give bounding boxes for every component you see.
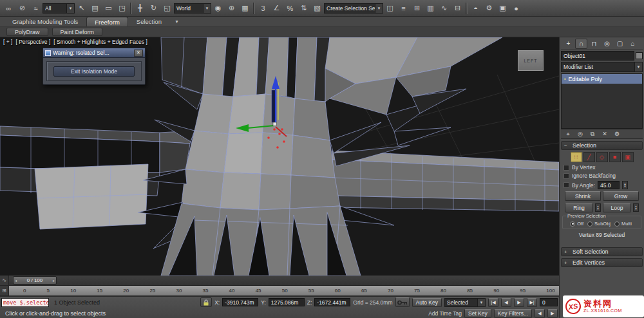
angle-snap-icon[interactable]: ∠	[270, 2, 283, 15]
exit-isolation-mode-button[interactable]: Exit Isolation Mode	[53, 66, 135, 77]
tab-selection[interactable]: Selection	[128, 17, 170, 26]
percent-snap-icon[interactable]: %	[283, 2, 297, 15]
key-selection-dropdown[interactable]: Selected ▼	[444, 298, 486, 307]
remove-modifier-icon[interactable]: ✕	[600, 129, 610, 138]
play-button[interactable]: ▶	[514, 298, 524, 307]
render-production-icon[interactable]: ●	[509, 2, 523, 15]
pin-stack-icon[interactable]: ⌖	[563, 129, 573, 138]
keyboard-shortcut-override-icon[interactable]: ▦	[238, 2, 252, 15]
dialog-titlebar[interactable]: Warning: Isolated Sel... ✕	[43, 48, 145, 58]
soft-selection-rollout-header[interactable]: + Soft Selection	[561, 247, 643, 256]
ribbon-collapse-icon[interactable]: ▾	[170, 15, 184, 28]
time-slider[interactable]: ◂ 0 / 100 ▸	[9, 276, 559, 286]
set-keys-button[interactable]	[395, 297, 410, 307]
curve-editor-icon[interactable]: ∿	[437, 2, 451, 15]
angle-spinner[interactable]: ▲▼	[622, 181, 628, 189]
select-object-icon[interactable]: ↖	[75, 2, 88, 15]
maxscript-mini-listener[interactable]: move $.selecte	[1, 298, 49, 307]
select-and-scale-icon[interactable]: ◱	[160, 2, 174, 15]
viewport-menu-shading[interactable]: [ Smooth + Highlights + Edged Faces ]	[53, 39, 147, 45]
angle-value-field[interactable]: 45.0	[598, 181, 620, 189]
modifier-stack[interactable]: ▪ Editable Poly	[561, 73, 643, 129]
key-filters-button[interactable]: Key Filters...	[494, 309, 532, 318]
hierarchy-tab-icon[interactable]: ⊓	[588, 39, 600, 49]
tab-polydraw[interactable]: PolyDraw	[6, 28, 48, 36]
object-color-swatch[interactable]	[636, 52, 643, 59]
unlink-selection-icon[interactable]: ⊘	[15, 2, 29, 15]
utilities-tab-icon[interactable]: ⌂	[627, 39, 639, 49]
select-by-name-icon[interactable]: ▤	[88, 2, 102, 15]
rectangular-selection-region-icon[interactable]: ▭	[102, 2, 115, 15]
preview-off-radio[interactable]	[570, 221, 575, 227]
open-mini-curve-editor-button[interactable]: ∿	[0, 276, 8, 286]
reference-coordinate-dropdown[interactable]: World ▼	[174, 3, 211, 14]
loop-spinner[interactable]: ▲▼	[633, 203, 639, 212]
use-pivot-point-center-icon[interactable]: ◉	[211, 2, 225, 15]
viewport-menu-view[interactable]: [ Perspective ]	[15, 39, 50, 45]
bind-to-space-warp-icon[interactable]: ≈	[29, 2, 43, 15]
nav-left-button[interactable]: ◀	[535, 309, 545, 318]
tab-paint-deform[interactable]: Paint Deform	[52, 28, 103, 36]
z-coord-field[interactable]: -1672.441m	[314, 298, 350, 306]
selection-rollout-header[interactable]: − Selection	[561, 141, 643, 150]
ignore-backfacing-checkbox[interactable]	[564, 173, 569, 179]
select-and-move-icon[interactable]: ╋	[133, 2, 147, 15]
current-frame-field[interactable]: 0	[540, 298, 558, 306]
dialog-close-icon[interactable]: ✕	[134, 50, 143, 57]
named-selection-dropdown[interactable]: Create Selection Se ▼	[324, 3, 383, 14]
create-tab-icon[interactable]: +	[562, 39, 574, 49]
trackbar-mode-button[interactable]: ⊞	[0, 286, 8, 296]
edge-subobject-icon[interactable]: ╱	[583, 152, 595, 162]
display-tab-icon[interactable]: ▢	[614, 39, 626, 49]
mirror-icon[interactable]: ◫	[383, 2, 397, 15]
layer-manager-icon[interactable]: ⊞	[410, 2, 424, 15]
set-key-button[interactable]: Set Key	[464, 309, 491, 318]
window-crossing-icon[interactable]: ◳	[115, 2, 129, 15]
y-coord-field[interactable]: 1275.086m	[269, 298, 305, 306]
stack-item-editable-poly[interactable]: ▪ Editable Poly	[562, 74, 642, 84]
edit-named-selection-sets-icon[interactable]: ▧	[310, 2, 324, 15]
auto-key-button[interactable]: Auto Key	[412, 298, 442, 307]
viewcube[interactable]: LEFT	[518, 50, 544, 71]
next-frame-icon[interactable]: ▸	[53, 278, 55, 283]
nav-right-button[interactable]: ▶	[547, 309, 558, 318]
loop-button[interactable]: Loop	[603, 203, 631, 212]
border-subobject-icon[interactable]: ◇	[596, 152, 608, 162]
object-name-field[interactable]: Object01	[561, 51, 634, 61]
modify-tab-icon[interactable]: ∩	[575, 39, 587, 49]
modifier-list-dropdown[interactable]: Modifier List ▼	[561, 62, 643, 72]
edit-vertices-rollout-header[interactable]: + Edit Vertices	[561, 258, 643, 267]
ring-button[interactable]: Ring	[565, 203, 593, 212]
graphite-ribbon-icon[interactable]: ▥	[424, 2, 437, 15]
polygon-subobject-icon[interactable]: ■	[609, 152, 621, 162]
go-to-start-button[interactable]: |◀	[488, 298, 498, 307]
select-and-manipulate-icon[interactable]: ⊕	[225, 2, 238, 15]
shrink-button[interactable]: Shrink	[565, 191, 601, 201]
rendered-frame-window-icon[interactable]: ▣	[496, 2, 509, 15]
vertex-subobject-icon[interactable]: ∷	[571, 152, 582, 162]
previous-frame-button[interactable]: ◀	[501, 298, 511, 307]
x-coord-field[interactable]: -3910.743m	[222, 298, 258, 306]
by-vertex-checkbox[interactable]	[564, 165, 569, 171]
material-editor-icon[interactable]: ◓	[469, 2, 482, 15]
motion-tab-icon[interactable]: ◎	[601, 39, 613, 49]
select-and-rotate-icon[interactable]: ↻	[147, 2, 160, 15]
viewport-menu-general[interactable]: [ + ]	[3, 39, 12, 45]
ring-spinner[interactable]: ▲▼	[595, 203, 601, 212]
selection-filter-dropdown[interactable]: All ▼	[43, 3, 75, 14]
grow-button[interactable]: Grow	[603, 191, 639, 201]
tab-graphite-modeling-tools[interactable]: Graphite Modeling Tools	[4, 17, 86, 26]
align-icon[interactable]: ≡	[397, 2, 410, 15]
go-to-end-button[interactable]: ▶|	[527, 298, 537, 307]
snaps-toggle-icon[interactable]: 3	[256, 2, 270, 15]
by-angle-checkbox[interactable]	[564, 182, 569, 188]
tab-freeform[interactable]: Freeform	[86, 17, 128, 26]
add-time-tag[interactable]: Add Time Tag	[428, 310, 462, 317]
spinner-snap-icon[interactable]: ⇅	[297, 2, 310, 15]
make-unique-icon[interactable]: ⧉	[587, 129, 598, 138]
select-and-link-icon[interactable]: ∞	[2, 2, 15, 15]
perspective-viewport[interactable]: [ + ] [ Perspective ] [ Smooth + Highlig…	[0, 37, 559, 276]
previous-frame-icon[interactable]: ◂	[15, 278, 17, 283]
schematic-view-icon[interactable]: ⊟	[451, 2, 464, 15]
show-end-result-icon[interactable]: ◎	[575, 129, 585, 138]
